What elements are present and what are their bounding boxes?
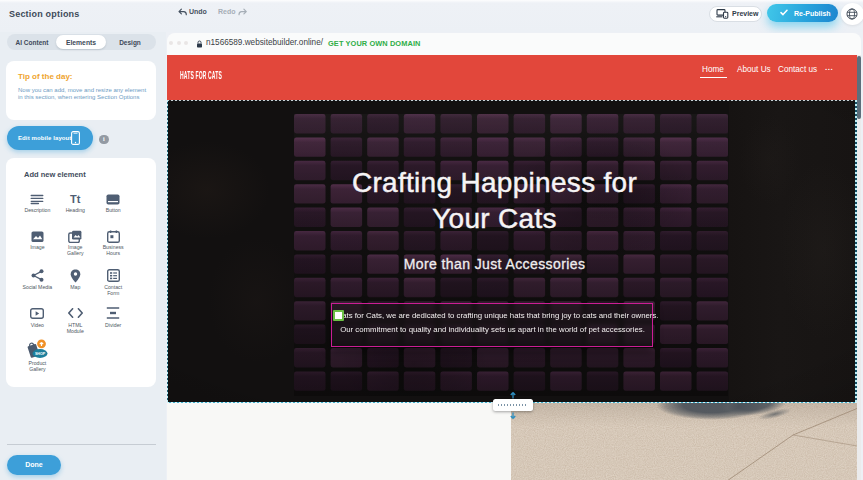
svg-text:SHOP: SHOP	[35, 352, 46, 356]
